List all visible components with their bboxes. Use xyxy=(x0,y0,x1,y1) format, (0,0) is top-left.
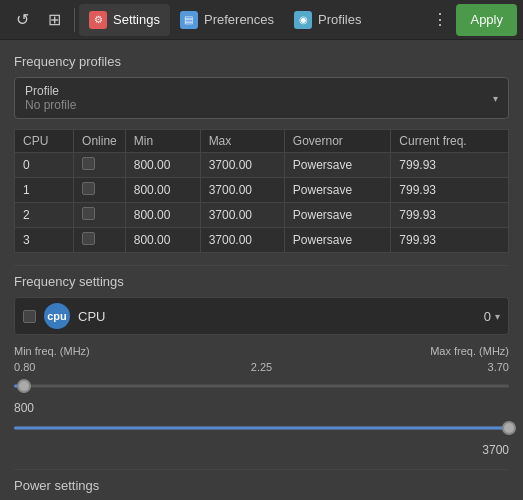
cpu-icon: cpu xyxy=(44,303,70,329)
cell-current-2: 799.93 xyxy=(391,203,509,228)
cpu-table: CPU Online Min Max Governor Current freq… xyxy=(14,129,509,253)
min-freq-label: Min freq. (MHz) xyxy=(14,345,90,357)
cpu-number-selector[interactable]: 0 ▾ xyxy=(484,309,500,324)
table-header-row: CPU Online Min Max Governor Current freq… xyxy=(15,130,509,153)
settings-tab-icon: ⚙ xyxy=(89,11,107,29)
cpu-selector-checkbox[interactable] xyxy=(23,310,36,323)
cpu-number-chevron: ▾ xyxy=(495,311,500,322)
profile-dropdown[interactable]: Profile No profile ▾ xyxy=(14,77,509,119)
cell-cpu-2: 2 xyxy=(15,203,74,228)
cell-current-3: 799.93 xyxy=(391,228,509,253)
col-min: Min xyxy=(125,130,200,153)
cell-min-1: 800.00 xyxy=(125,178,200,203)
profile-dropdown-chevron: ▾ xyxy=(493,93,498,104)
cell-current-0: 799.93 xyxy=(391,153,509,178)
max-slider-thumb[interactable] xyxy=(502,421,516,435)
online-checkbox-3[interactable] xyxy=(82,232,95,245)
cell-online-1[interactable] xyxy=(74,178,126,203)
profiles-tab-label: Profiles xyxy=(318,12,361,27)
preferences-tab-label: Preferences xyxy=(204,12,274,27)
col-online: Online xyxy=(74,130,126,153)
min-slider-track xyxy=(14,385,509,388)
cpu-number-value: 0 xyxy=(484,309,491,324)
divider-1 xyxy=(14,265,509,266)
more-button[interactable]: ⋮ xyxy=(424,4,456,36)
freq-range-labels: Min freq. (MHz) Max freq. (MHz) xyxy=(14,345,509,357)
online-checkbox-2[interactable] xyxy=(82,207,95,220)
toolbar-separator xyxy=(74,8,75,32)
cell-max-2: 3700.00 xyxy=(200,203,284,228)
table-row: 2 800.00 3700.00 Powersave 799.93 xyxy=(15,203,509,228)
max-slider-fill xyxy=(14,427,509,430)
col-current-freq: Current freq. xyxy=(391,130,509,153)
cell-governor-2: Powersave xyxy=(284,203,391,228)
settings-tab-label: Settings xyxy=(113,12,160,27)
cell-cpu-1: 1 xyxy=(15,178,74,203)
preferences-tab-icon: ▤ xyxy=(180,11,198,29)
max-slider-value: 3700 xyxy=(14,443,509,457)
main-content: Frequency profiles Profile No profile ▾ … xyxy=(0,40,523,500)
profiles-tab-icon: ◉ xyxy=(294,11,312,29)
freq-max-value: 3.70 xyxy=(488,361,509,373)
profile-label: Profile xyxy=(25,84,76,98)
tab-profiles[interactable]: ◉ Profiles xyxy=(284,4,371,36)
cell-cpu-3: 3 xyxy=(15,228,74,253)
online-checkbox-0[interactable] xyxy=(82,157,95,170)
col-cpu: CPU xyxy=(15,130,74,153)
max-freq-slider-container xyxy=(14,419,509,437)
cell-max-1: 3700.00 xyxy=(200,178,284,203)
max-slider-track xyxy=(14,427,509,430)
profile-value: No profile xyxy=(25,98,76,112)
toolbar: ↺ ⊞ ⚙ Settings ▤ Preferences ◉ Profiles … xyxy=(0,0,523,40)
grid-button[interactable]: ⊞ xyxy=(38,4,70,36)
profile-select-inner: Profile No profile xyxy=(25,84,76,112)
min-slider-value: 800 xyxy=(14,401,509,415)
col-max: Max xyxy=(200,130,284,153)
power-settings: Power settings Governor policy Powersave… xyxy=(14,478,509,500)
cell-min-3: 800.00 xyxy=(125,228,200,253)
freq-min-value: 0.80 xyxy=(14,361,35,373)
refresh-button[interactable]: ↺ xyxy=(6,4,38,36)
min-freq-slider-container xyxy=(14,377,509,395)
cell-cpu-0: 0 xyxy=(15,153,74,178)
cell-governor-0: Powersave xyxy=(284,153,391,178)
cell-max-0: 3700.00 xyxy=(200,153,284,178)
divider-2 xyxy=(14,469,509,470)
cell-min-0: 800.00 xyxy=(125,153,200,178)
tab-preferences[interactable]: ▤ Preferences xyxy=(170,4,284,36)
min-slider-thumb[interactable] xyxy=(17,379,31,393)
cell-max-3: 3700.00 xyxy=(200,228,284,253)
cell-current-1: 799.93 xyxy=(391,178,509,203)
cell-online-2[interactable] xyxy=(74,203,126,228)
online-checkbox-1[interactable] xyxy=(82,182,95,195)
cpu-selector-label: CPU xyxy=(78,309,476,324)
table-row: 3 800.00 3700.00 Powersave 799.93 xyxy=(15,228,509,253)
frequency-profiles-title: Frequency profiles xyxy=(14,54,509,69)
max-freq-label: Max freq. (MHz) xyxy=(430,345,509,357)
table-row: 1 800.00 3700.00 Powersave 799.93 xyxy=(15,178,509,203)
tab-settings[interactable]: ⚙ Settings xyxy=(79,4,170,36)
cell-governor-3: Powersave xyxy=(284,228,391,253)
cell-min-2: 800.00 xyxy=(125,203,200,228)
frequency-settings-title: Frequency settings xyxy=(14,274,509,289)
cpu-selector-row: cpu CPU 0 ▾ xyxy=(14,297,509,335)
frequency-settings: Frequency settings cpu CPU 0 ▾ Min freq.… xyxy=(14,274,509,457)
power-settings-title: Power settings xyxy=(14,478,509,493)
apply-button[interactable]: Apply xyxy=(456,4,517,36)
table-row: 0 800.00 3700.00 Powersave 799.93 xyxy=(15,153,509,178)
col-governor: Governor xyxy=(284,130,391,153)
cell-online-0[interactable] xyxy=(74,153,126,178)
cell-governor-1: Powersave xyxy=(284,178,391,203)
freq-mid-value: 2.25 xyxy=(251,361,272,373)
cell-online-3[interactable] xyxy=(74,228,126,253)
